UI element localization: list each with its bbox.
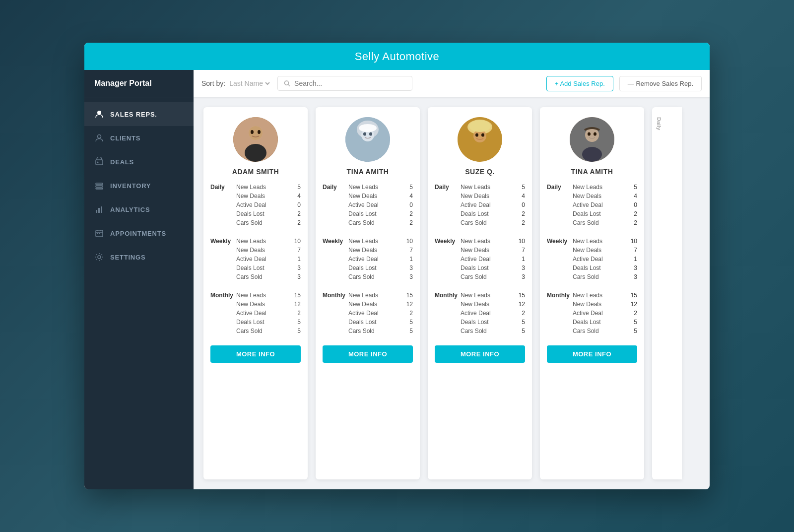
stat-label: Deals Lost bbox=[573, 265, 634, 271]
stat-label: Cars Sold bbox=[573, 328, 634, 334]
period-label: Daily bbox=[323, 184, 346, 191]
stat-value: 3 bbox=[522, 265, 525, 271]
cards-row: ADAM SMITH Daily New Leads 5 New Deals bbox=[203, 107, 700, 479]
sidebar-item-appointments[interactable]: APPOINTMENTS bbox=[84, 221, 194, 245]
sidebar-item-inventory[interactable]: INVENTORY bbox=[84, 174, 194, 198]
more-info-button-tina2[interactable]: MORE INFO bbox=[547, 345, 637, 363]
stat-label: New Deals bbox=[461, 193, 522, 200]
sidebar-item-sales-reps[interactable]: SALES REPS. bbox=[84, 102, 194, 126]
remove-sales-rep-button[interactable]: — Remove Sales Rep. bbox=[619, 76, 702, 91]
stat-value: 12 bbox=[631, 301, 637, 308]
stat-value: 5 bbox=[634, 319, 637, 326]
partial-card-label: Daily bbox=[652, 107, 666, 140]
stat-value: 15 bbox=[631, 292, 637, 299]
stats-row: Cars Sold 3 bbox=[547, 272, 637, 281]
stat-label: New Leads bbox=[348, 184, 409, 191]
stat-label: Active Deal bbox=[461, 256, 522, 263]
stat-value: 12 bbox=[294, 301, 301, 308]
more-info-button-tina1[interactable]: MORE INFO bbox=[323, 345, 413, 363]
stats-row: Deals Lost 2 bbox=[210, 209, 301, 218]
stat-label: Deals Lost bbox=[236, 319, 297, 326]
stat-label: New Leads bbox=[573, 184, 634, 191]
svg-point-19 bbox=[251, 130, 254, 134]
stat-value: 2 bbox=[409, 310, 413, 317]
stat-label: New Deals bbox=[573, 193, 634, 200]
stat-value: 0 bbox=[522, 201, 525, 208]
stats-row: New Deals 4 bbox=[435, 192, 525, 200]
toolbar: Sort by: Last Name First Name + Add Sale… bbox=[194, 70, 710, 97]
stat-value: 10 bbox=[631, 238, 637, 245]
avatar-suze bbox=[458, 117, 502, 162]
stat-value: 10 bbox=[406, 238, 413, 245]
stat-label: Cars Sold bbox=[573, 219, 634, 226]
stat-value: 7 bbox=[634, 247, 637, 254]
svg-point-32 bbox=[469, 120, 491, 132]
sidebar-nav: SALES REPS. CLIENTS bbox=[84, 97, 194, 269]
sort-select[interactable]: Last Name First Name bbox=[227, 79, 271, 88]
deals-icon bbox=[94, 157, 104, 167]
person-icon bbox=[94, 109, 104, 119]
stats-row: Cars Sold 3 bbox=[323, 272, 413, 281]
stats-row: Monthly New Leads 15 bbox=[323, 291, 413, 300]
sidebar-header: Manager Portal bbox=[84, 70, 194, 97]
svg-point-37 bbox=[594, 133, 596, 136]
search-input[interactable] bbox=[294, 79, 406, 87]
sidebar-item-clients[interactable]: CLIENTS bbox=[84, 126, 194, 150]
card-name-adam: ADAM SMITH bbox=[232, 168, 279, 176]
sidebar-item-deals[interactable]: DEALS bbox=[84, 150, 194, 174]
stats-row: Monthly New Leads 15 bbox=[547, 291, 637, 300]
svg-point-35 bbox=[582, 147, 602, 162]
svg-point-14 bbox=[285, 81, 289, 85]
sidebar-item-settings[interactable]: SETTINGS bbox=[84, 245, 194, 269]
stat-label: New Deals bbox=[236, 247, 297, 254]
sidebar-label-deals: DEALS bbox=[110, 158, 134, 166]
stat-value: 5 bbox=[409, 319, 413, 326]
stat-label: New Leads bbox=[461, 292, 519, 299]
stats-row: Daily New Leads 5 bbox=[210, 183, 301, 192]
sidebar-item-analytics[interactable]: ANALYTICS bbox=[84, 198, 194, 221]
stat-label: New Leads bbox=[461, 238, 519, 245]
stat-label: Cars Sold bbox=[573, 273, 634, 280]
stat-value: 0 bbox=[297, 201, 301, 208]
search-box bbox=[277, 76, 412, 91]
stats-row: Cars Sold 5 bbox=[435, 327, 525, 335]
main-layout: Manager Portal SALES REPS. bbox=[84, 70, 710, 489]
stat-value: 3 bbox=[297, 273, 301, 280]
avatar-face-suze bbox=[458, 117, 502, 162]
stats-row: Deals Lost 5 bbox=[210, 318, 301, 327]
svg-point-18 bbox=[249, 126, 263, 140]
svg-point-36 bbox=[588, 133, 591, 136]
svg-rect-8 bbox=[98, 208, 100, 213]
stat-value: 15 bbox=[294, 292, 301, 299]
stat-value: 5 bbox=[634, 328, 637, 334]
stat-label: Active Deal bbox=[236, 310, 297, 317]
stats-row: Weekly New Leads 10 bbox=[323, 237, 413, 246]
stat-value: 4 bbox=[634, 193, 637, 200]
monthly-stats-adam: Monthly New Leads 15 New Deals 12 bbox=[210, 291, 301, 335]
stat-value: 12 bbox=[519, 301, 525, 308]
sidebar: Manager Portal SALES REPS. bbox=[84, 70, 194, 489]
stat-value: 3 bbox=[634, 265, 637, 271]
svg-rect-4 bbox=[96, 183, 103, 185]
stat-value: 4 bbox=[297, 193, 301, 200]
more-info-button-suze[interactable]: MORE INFO bbox=[435, 345, 525, 363]
stat-value: 5 bbox=[634, 184, 637, 191]
stat-label: Deals Lost bbox=[461, 210, 522, 217]
sort-label: Sort by: bbox=[201, 79, 225, 87]
stat-label: Cars Sold bbox=[236, 219, 297, 226]
more-info-button-adam[interactable]: MORE INFO bbox=[210, 345, 301, 363]
stat-value: 7 bbox=[522, 247, 525, 254]
stats-row: New Deals 4 bbox=[210, 192, 301, 200]
svg-point-1 bbox=[98, 135, 101, 138]
stat-label: Active Deal bbox=[573, 256, 634, 263]
add-sales-rep-button[interactable]: + Add Sales Rep. bbox=[546, 76, 613, 91]
stat-label: Active Deal bbox=[573, 201, 634, 208]
stat-label: Cars Sold bbox=[348, 328, 409, 334]
app-title: Selly Automotive bbox=[355, 50, 440, 63]
stat-value: 15 bbox=[406, 292, 413, 299]
stat-value: 2 bbox=[297, 219, 301, 226]
stat-value: 5 bbox=[297, 184, 301, 191]
weekly-stats-suze: Weekly New Leads 10 New Deals 7 bbox=[435, 237, 525, 281]
weekly-stats-tina2: Weekly New Leads 10 New Deals 7 bbox=[547, 237, 637, 281]
stat-value: 10 bbox=[294, 238, 301, 245]
